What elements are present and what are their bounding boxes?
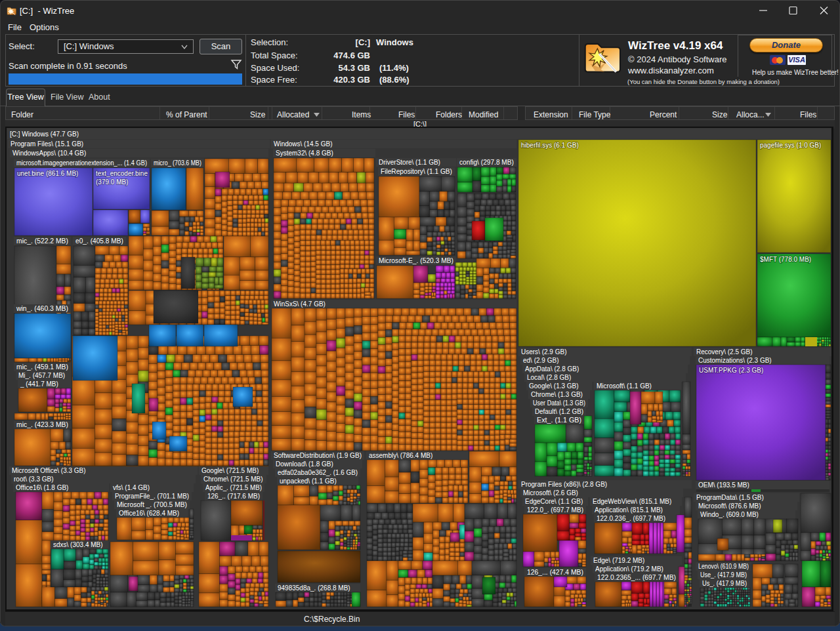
svg-text:Microsoft\ (2.6 GB): Microsoft\ (2.6 GB) [523, 489, 578, 497]
svg-text:micro_ (703.6 MB): micro_ (703.6 MB) [154, 159, 201, 167]
svg-text:Application\ (815.1 MB): Application\ (815.1 MB) [595, 506, 663, 514]
svg-text:Windo_. (609.0 MB): Windo_. (609.0 MB) [700, 511, 759, 518]
svg-text:Us_. (417.9 MB): Us_. (417.9 MB) [702, 580, 747, 587]
svg-text:ProgramData\ (1.5 GB): ProgramData\ (1.5 GB) [696, 494, 764, 501]
svg-text:Chrome\ (1.3 GB): Chrome\ (1.3 GB) [531, 391, 583, 398]
svg-text:System32\ (4.8 GB): System32\ (4.8 GB) [276, 150, 333, 157]
svg-text:unpacked\ (1.1 GB): unpacked\ (1.1 GB) [280, 478, 337, 485]
svg-text:Windows\ (14.5 GB): Windows\ (14.5 GB) [274, 140, 332, 148]
svg-text:OEM\ (193.5 MB): OEM\ (193.5 MB) [698, 481, 749, 489]
svg-text:Users\ (2.9 GB): Users\ (2.9 GB) [521, 348, 566, 356]
svg-text:Chrome\ (721.5 MB): Chrome\ (721.5 MB) [203, 476, 263, 483]
svg-text:Local\ (2.8 GB): Local\ (2.8 GB) [527, 374, 571, 381]
svg-text:Microsoft-E_. (520.3 MB): Microsoft-E_. (520.3 MB) [379, 257, 453, 264]
svg-text:root\ (3.3 GB): root\ (3.3 GB) [14, 476, 54, 483]
svg-text:126_... (427.4 MB): 126_... (427.4 MB) [527, 569, 583, 576]
svg-text:Google\ (721.5 MB): Google\ (721.5 MB) [201, 467, 259, 474]
svg-text:mic_. (522.2 MB): mic_. (522.2 MB) [16, 237, 68, 245]
svg-text:Recovery\ (2.5 GB): Recovery\ (2.5 GB) [696, 348, 753, 356]
svg-text:EdgeCore\ (1.1 GB): EdgeCore\ (1.1 GB) [525, 498, 583, 505]
svg-text:Lenovo\ (610.9 MB): Lenovo\ (610.9 MB) [698, 563, 749, 570]
svg-text:text_encoder.bine: text_encoder.bine [96, 170, 148, 177]
svg-text:122.0.236_. (697.7 MB): 122.0.236_. (697.7 MB) [597, 515, 665, 522]
svg-text:Microsoft\ (1.1 GB): Microsoft\ (1.1 GB) [597, 382, 652, 390]
svg-text:Download\ (1.8 GB): Download\ (1.8 GB) [276, 460, 333, 468]
svg-text:mic_. (459.1 MB): mic_. (459.1 MB) [16, 363, 68, 371]
svg-text:WinSxS\ (4.7 GB): WinSxS\ (4.7 GB) [274, 300, 326, 308]
svg-text:949835d8a_. (268.8 MB): 949835d8a_. (268.8 MB) [278, 584, 350, 592]
svg-text:sdxs\ (303.4 MB): sdxs\ (303.4 MB) [53, 541, 103, 548]
svg-text:config\ (297.8 MB): config\ (297.8 MB) [459, 159, 514, 166]
svg-text:$MFT (778.0 MB): $MFT (778.0 MB) [760, 256, 811, 263]
svg-text:Office16\ (1.8 GB): Office16\ (1.8 GB) [16, 484, 68, 491]
svg-text:win_. (460.3 MB): win_. (460.3 MB) [16, 305, 68, 312]
svg-text:microsoft.imagegenerationexten: microsoft.imagegenerationextension_... (… [16, 159, 147, 167]
svg-text:SoftwareDistribution\ (1.9 GB): SoftwareDistribution\ (1.9 GB) [274, 452, 362, 459]
svg-text:DriverStore\ (1.1 GB): DriverStore\ (1.1 GB) [379, 159, 440, 166]
svg-text:ProgramFile_. (701.1 MB): ProgramFile_. (701.1 MB) [115, 493, 189, 500]
svg-text:edfa02aba0e362_. (1.6 GB): edfa02aba0e362_. (1.6 GB) [278, 469, 358, 476]
svg-text:122.0.2365_... (697.7 MB): 122.0.2365_... (697.7 MB) [597, 574, 676, 581]
svg-text:Ext_. (1.1 GB): Ext_. (1.1 GB) [537, 417, 581, 424]
svg-text:assembly\ (786.4 MB): assembly\ (786.4 MB) [369, 452, 432, 459]
svg-text:Mi_. (457.7 MB): Mi_. (457.7 MB) [18, 372, 65, 379]
svg-text:[C:] Windows (47.7 GB): [C:] Windows (47.7 GB) [10, 131, 79, 138]
svg-text:(379.0 MB): (379.0 MB) [96, 178, 128, 186]
svg-text:Microsoft\ (876.6 MB): Microsoft\ (876.6 MB) [698, 502, 761, 510]
svg-text:EdgeWebView\ (815.1 MB): EdgeWebView\ (815.1 MB) [593, 498, 671, 505]
svg-text:Default\ (1.2 GB): Default\ (1.2 GB) [535, 408, 583, 415]
svg-text:ed\ (2.9 GB): ed\ (2.9 GB) [523, 357, 558, 364]
svg-text:_ (441.7 MB): _ (441.7 MB) [20, 380, 58, 388]
svg-text:hiberfil.sys (6.1 GB): hiberfil.sys (6.1 GB) [521, 142, 579, 149]
svg-text:Program Files (x86)\ (2.8 GB): Program Files (x86)\ (2.8 GB) [521, 481, 607, 488]
svg-text:vfs\ (1.4 GB): vfs\ (1.4 GB) [113, 484, 150, 491]
svg-text:unet.bine (861.6 MB): unet.bine (861.6 MB) [17, 170, 78, 177]
svg-text:122.0_. (697.7 MB): 122.0_. (697.7 MB) [527, 506, 583, 514]
svg-text:Microsoft _. (700.5 MB): Microsoft _. (700.5 MB) [117, 501, 187, 508]
svg-text:mic_. (423.3 MB): mic_. (423.3 MB) [16, 421, 68, 428]
svg-text:AppData\ (2.8 GB): AppData\ (2.8 GB) [525, 365, 579, 373]
svg-text:USMT.PPKG (2.3 GB): USMT.PPKG (2.3 GB) [699, 367, 763, 374]
svg-text:Customizations\ (2.3 GB): Customizations\ (2.3 GB) [698, 357, 772, 364]
svg-text:Program Files\ (15.1 GB): Program Files\ (15.1 GB) [10, 140, 83, 148]
svg-text:Google\ (1.3 GB): Google\ (1.3 GB) [529, 382, 579, 390]
svg-text:e0_. (405.8 MB): e0_. (405.8 MB) [75, 237, 123, 245]
svg-text:Microsoft Office\ (3.3 GB): Microsoft Office\ (3.3 GB) [12, 467, 86, 474]
svg-text:126_.. (717.6 MB): 126_.. (717.6 MB) [207, 493, 260, 500]
svg-text:Applic_. (721.5 MB): Applic_. (721.5 MB) [205, 484, 262, 491]
svg-text:pagefile.sys (1.0 GB): pagefile.sys (1.0 GB) [760, 142, 821, 149]
svg-text:Use_. (417.9 MB): Use_. (417.9 MB) [700, 571, 747, 579]
svg-text:Office16\ (628.4 MB): Office16\ (628.4 MB) [119, 510, 179, 517]
svg-text:User Data\ (1.3 GB): User Data\ (1.3 GB) [533, 399, 585, 407]
svg-text:WindowsApps\ (10.4 GB): WindowsApps\ (10.4 GB) [12, 150, 86, 157]
svg-text:Application\ (719.2 MB): Application\ (719.2 MB) [595, 565, 663, 573]
svg-text:Edge\ (719.2 MB): Edge\ (719.2 MB) [593, 557, 644, 564]
svg-text:FileRepository\ (1.1 GB): FileRepository\ (1.1 GB) [381, 168, 452, 175]
